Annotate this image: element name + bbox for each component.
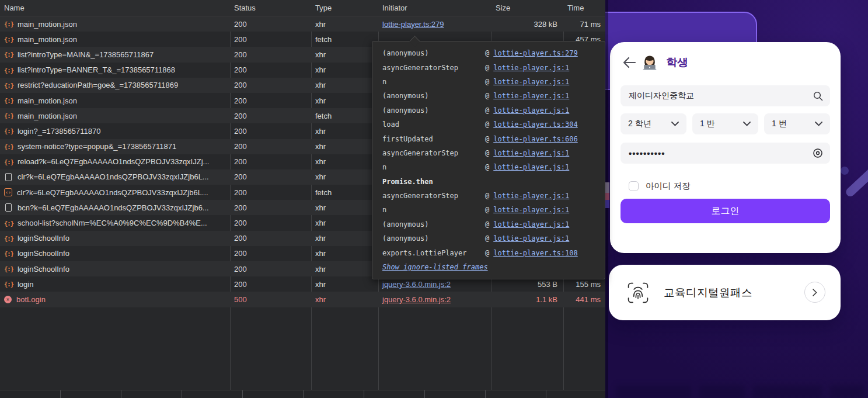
- stack-frame-location-link[interactable]: lottie-player.js:1: [493, 64, 569, 72]
- request-initiator: jquery-3.6.0.min.js:2: [378, 280, 491, 289]
- request-name: main_motion.json: [18, 20, 77, 29]
- arrow-left-icon: [622, 57, 636, 68]
- stack-frame: Promise.then: [382, 175, 600, 189]
- stack-frame-location-link[interactable]: lottie-player.js:1: [493, 163, 569, 171]
- stack-frame-function: Promise.then: [382, 178, 433, 186]
- column-header-initiator[interactable]: Initiator: [378, 0, 491, 16]
- column-header-size[interactable]: Size: [491, 0, 563, 16]
- column-header-status[interactable]: Status: [230, 0, 311, 16]
- stack-frame: load @ lottie-player.ts:304: [382, 117, 600, 131]
- initiator-stack-tooltip: (anonymous) @ lottie-player.ts:279 async…: [372, 41, 605, 279]
- at-symbol: @: [485, 106, 489, 115]
- stack-frame: exports.LottiePlayer @ lottie-player.ts:…: [382, 245, 600, 259]
- request-type: xhr: [311, 295, 378, 304]
- request-type: fetch: [311, 188, 378, 197]
- stack-frame-location-link[interactable]: lottie-player.js:1: [493, 92, 569, 100]
- chevron-down-icon: [743, 122, 751, 126]
- stack-frame-location-link[interactable]: lottie-player.js:1: [493, 234, 569, 243]
- request-status: 200: [230, 20, 311, 29]
- request-type-icon: {:}: [4, 66, 13, 74]
- onepass-go-button[interactable]: [804, 282, 825, 303]
- request-type: xhr: [311, 50, 378, 59]
- request-name: main_motion.json: [18, 35, 77, 44]
- request-size: 553 B: [491, 280, 563, 289]
- stack-frame: (anonymous) @ lottie-player.js:1: [382, 217, 600, 231]
- stack-frame-location-link[interactable]: lottie-player.ts:606: [493, 135, 578, 143]
- network-panel-footer: [0, 390, 605, 398]
- request-status: 200: [230, 219, 311, 227]
- stack-frame-function: asyncGeneratorStep: [382, 192, 485, 200]
- request-type-icon: {:}: [4, 265, 13, 273]
- show-ignore-listed-frames-link[interactable]: Show ignore-listed frames: [382, 263, 488, 271]
- stack-frame: (anonymous) @ lottie-player.ts:279: [382, 46, 600, 60]
- at-symbol: @: [485, 78, 489, 86]
- request-type-icon: {:}: [4, 20, 13, 28]
- request-type: xhr: [311, 280, 378, 289]
- request-type-icon: {:}: [4, 143, 13, 151]
- stack-frame: (anonymous) @ lottie-player.js:1: [382, 89, 600, 103]
- column-header-time[interactable]: Time: [563, 0, 605, 16]
- stack-frame-location-link[interactable]: lottie-player.js:1: [493, 78, 569, 86]
- student-login-panel: 학생 2 학년 1 반 1 번: [605, 0, 868, 398]
- at-symbol: @: [485, 120, 489, 129]
- request-status: 200: [230, 234, 311, 243]
- request-name: login?_=1738565711870: [18, 127, 101, 136]
- request-status: 200: [230, 280, 311, 289]
- class-select-value: 1 반: [700, 119, 715, 129]
- stack-frame-location-link[interactable]: lottie-player.js:1: [493, 149, 569, 157]
- request-name: main_motion.json: [18, 96, 77, 105]
- hidden-illustration-sliver: [605, 200, 609, 208]
- request-time: 441 ms: [563, 295, 605, 304]
- request-status: 200: [230, 249, 311, 258]
- remember-id-checkbox[interactable]: [629, 181, 639, 191]
- request-initiator-link[interactable]: jquery-3.6.0.min.js:2: [382, 295, 451, 304]
- login-button[interactable]: 로그인: [621, 199, 830, 223]
- grade-select[interactable]: 2 학년: [621, 113, 686, 134]
- number-select-value: 1 번: [772, 119, 787, 129]
- stack-frame-location-link[interactable]: lottie-player.js:1: [493, 220, 569, 229]
- column-header-name[interactable]: Name: [0, 0, 230, 16]
- stack-frame-location-link[interactable]: lottie-player.js:1: [493, 192, 569, 200]
- password-input[interactable]: [621, 148, 813, 158]
- request-type-icon: {:}: [4, 219, 13, 227]
- stack-frame: n @ lottie-player.js:1: [382, 203, 600, 217]
- request-initiator-link[interactable]: lottie-player.ts:279: [382, 20, 444, 29]
- request-name: list?introType=MAIN&_=1738565711867: [18, 50, 154, 59]
- chevron-down-icon: [815, 122, 822, 126]
- number-select[interactable]: 1 번: [764, 113, 830, 134]
- request-status: 200: [230, 96, 311, 105]
- request-type: fetch: [311, 35, 378, 44]
- school-search-input[interactable]: [621, 91, 813, 101]
- class-select[interactable]: 1 반: [692, 113, 758, 134]
- stack-frame-location-link[interactable]: lottie-player.ts:279: [493, 49, 578, 57]
- request-initiator-link[interactable]: jquery-3.6.0.min.js:2: [382, 280, 451, 289]
- show-password-eye-icon[interactable]: [813, 148, 823, 158]
- network-request-row[interactable]: ✕ botLogin 500 xhr jquery-3.6.0.min.js:2…: [0, 292, 605, 307]
- remember-id-row: 아이디 저장: [622, 181, 691, 192]
- request-status: 200: [230, 35, 311, 44]
- network-table-header: Name Status Type Initiator Size Time: [0, 0, 605, 16]
- column-header-type[interactable]: Type: [311, 0, 378, 16]
- stack-frame-location-link[interactable]: lottie-player.ts:108: [493, 249, 578, 257]
- back-button[interactable]: [622, 55, 637, 70]
- at-symbol: @: [485, 206, 489, 214]
- request-type: xhr: [311, 172, 378, 181]
- request-type: xhr: [311, 20, 378, 29]
- stack-frame-location-link[interactable]: lottie-player.ts:304: [493, 120, 578, 129]
- request-type-icon: ✕: [4, 296, 12, 303]
- request-time: 155 ms: [563, 280, 605, 289]
- stack-frame-function: load: [382, 120, 485, 129]
- request-type-icon: {:}: [4, 50, 13, 58]
- request-status: 200: [230, 50, 311, 59]
- search-icon[interactable]: [813, 91, 823, 101]
- stack-frame-location-link[interactable]: lottie-player.js:1: [493, 206, 569, 214]
- request-type: xhr: [311, 234, 378, 243]
- stack-frame: asyncGeneratorStep @ lottie-player.js:1: [382, 146, 600, 160]
- request-name: loginSchoolInfo: [18, 249, 69, 258]
- network-request-row[interactable]: {:} main_motion.json 200 xhr lottie-play…: [0, 16, 605, 32]
- request-type-icon: {:}: [4, 35, 13, 43]
- stack-frame-location-link[interactable]: lottie-player.js:1: [493, 106, 569, 115]
- grade-class-number-row: 2 학년 1 반 1 번: [621, 113, 830, 134]
- stack-frames: (anonymous) @ lottie-player.ts:279 async…: [382, 46, 600, 260]
- request-type: xhr: [311, 157, 378, 166]
